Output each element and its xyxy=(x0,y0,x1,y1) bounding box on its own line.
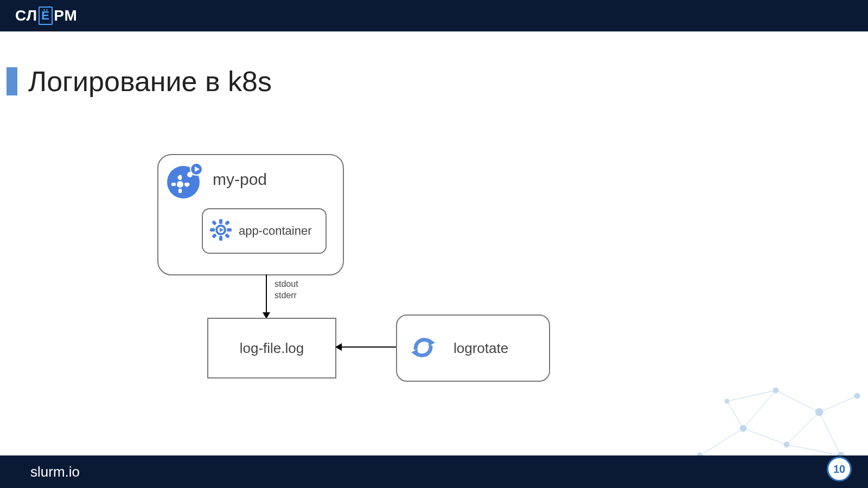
svg-line-32 xyxy=(819,412,841,455)
k8s-logging-diagram: my-pod xyxy=(157,141,570,385)
container-box: app-container xyxy=(202,208,327,254)
pod-box: my-pod xyxy=(157,154,344,275)
svg-rect-14 xyxy=(219,236,222,241)
svg-marker-24 xyxy=(411,349,418,357)
svg-line-28 xyxy=(819,396,857,412)
svg-line-33 xyxy=(727,390,776,401)
svg-point-37 xyxy=(784,442,789,447)
header-bar: СЛ Ё РМ xyxy=(0,0,868,31)
svg-rect-19 xyxy=(225,220,230,226)
svg-point-42 xyxy=(725,399,729,403)
title-accent-bar xyxy=(7,67,17,95)
svg-rect-16 xyxy=(227,228,232,232)
logo-text-right: РМ xyxy=(54,7,78,24)
edge-label-stderr: stderr xyxy=(275,290,298,301)
decorative-network-graphic xyxy=(678,369,868,466)
pod-gears-icon xyxy=(166,162,204,202)
edge-label-stdout: stdout xyxy=(275,279,298,290)
logo-text-yo: Ё xyxy=(39,7,53,25)
svg-rect-4 xyxy=(171,183,176,186)
footer-bar: slurm.io xyxy=(0,455,868,488)
slide-title: Логирование в k8s xyxy=(28,65,272,98)
footer-url: slurm.io xyxy=(30,464,80,480)
svg-point-38 xyxy=(815,408,823,416)
svg-point-39 xyxy=(854,393,860,399)
logrotate-box: logrotate xyxy=(396,314,550,382)
page-number: 10 xyxy=(833,463,845,476)
svg-line-29 xyxy=(787,445,841,455)
svg-line-34 xyxy=(727,401,743,428)
logfile-box: log-file.log xyxy=(207,318,336,378)
logfile-label: log-file.log xyxy=(240,340,304,357)
svg-line-30 xyxy=(743,390,776,428)
logo-text-left: СЛ xyxy=(15,7,37,24)
svg-line-26 xyxy=(743,428,787,445)
arrow-logrotate-to-logfile xyxy=(336,346,396,348)
pod-label: my-pod xyxy=(213,170,267,189)
container-gear-icon xyxy=(209,219,232,243)
svg-marker-23 xyxy=(429,338,435,346)
svg-rect-20 xyxy=(212,233,217,239)
edge-label-stdout-stderr: stdout stderr xyxy=(275,279,298,301)
svg-rect-15 xyxy=(210,228,215,232)
arrow-pod-to-logfile xyxy=(266,274,267,318)
svg-point-36 xyxy=(740,425,746,432)
svg-line-25 xyxy=(700,428,743,455)
svg-line-27 xyxy=(787,412,819,445)
container-label: app-container xyxy=(239,224,312,238)
svg-point-1 xyxy=(177,181,183,188)
svg-rect-3 xyxy=(178,189,182,193)
brand-logo: СЛ Ё РМ xyxy=(15,7,78,25)
logrotate-label: logrotate xyxy=(454,340,508,357)
svg-line-31 xyxy=(776,390,819,412)
svg-rect-13 xyxy=(219,219,222,224)
svg-point-41 xyxy=(773,388,778,393)
svg-rect-17 xyxy=(212,220,217,226)
svg-rect-18 xyxy=(225,233,230,239)
page-number-badge: 10 xyxy=(827,457,852,481)
slide-title-block: Логирование в k8s xyxy=(7,65,272,98)
rotate-arrows-icon xyxy=(408,332,438,364)
